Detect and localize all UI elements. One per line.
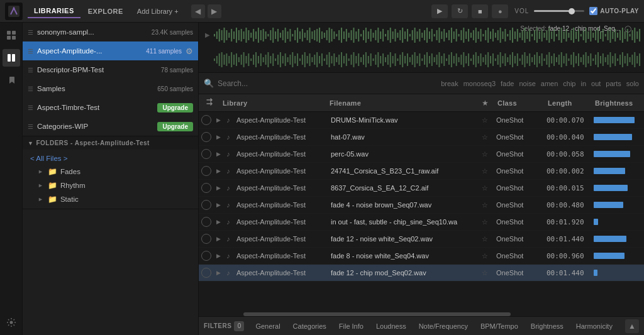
row-radio[interactable] (201, 251, 211, 261)
svg-rect-322 (551, 56, 552, 63)
row-play-button[interactable]: ▶ (213, 250, 224, 261)
table-row[interactable]: ▶ ♪ Aspect-Amplitude-Test fade 4 - noise… (199, 197, 644, 214)
row-play-button[interactable]: ▶ (213, 148, 224, 160)
bottom-tab[interactable]: General (249, 320, 286, 332)
search-tag[interactable]: out (591, 80, 601, 87)
folder-expand-icon: ► (38, 182, 43, 189)
sidebar-icon-settings[interactable] (3, 314, 20, 331)
bottom-tab[interactable]: File Info (333, 320, 370, 332)
row-radio[interactable] (201, 115, 211, 125)
library-item[interactable]: ☰ Categories-WIP Upgrade (23, 117, 198, 136)
bottom-tab[interactable]: Harmonicity (570, 320, 619, 332)
table-row[interactable]: ▶ ♪ Aspect-Amplitude-Test fade 12 - chip… (199, 265, 644, 282)
table-row[interactable]: ▶ ♪ Aspect-Amplitude-Test 24741_Corsica_… (199, 163, 644, 180)
row-play-button[interactable]: ▶ (213, 131, 224, 143)
bottom-tab[interactable]: Categories (287, 320, 333, 332)
row-radio[interactable] (201, 234, 211, 244)
bottom-tab[interactable]: Note/Frequency (413, 320, 474, 332)
play-button[interactable]: ▶ (431, 4, 448, 18)
refresh-button[interactable]: ↻ (452, 4, 468, 18)
svg-rect-158 (578, 29, 579, 41)
stop-button[interactable]: ■ (472, 4, 488, 18)
table-row[interactable]: ▶ ♪ Aspect-Amplitude-Test perc-05.wav ☆ … (199, 146, 644, 163)
row-radio[interactable] (201, 149, 211, 159)
row-brightness (591, 253, 641, 259)
row-star[interactable]: ☆ (476, 184, 494, 192)
row-radio[interactable] (201, 268, 211, 278)
library-item[interactable]: ☰ Samples 650 samples (23, 79, 198, 98)
row-radio[interactable] (201, 132, 211, 142)
row-radio[interactable] (201, 183, 211, 193)
settings-icon[interactable]: ⚙ (186, 47, 193, 56)
search-tag[interactable]: noise (519, 80, 535, 87)
search-tag[interactable]: solo (626, 80, 639, 87)
row-star[interactable]: ☆ (476, 235, 494, 243)
row-radio[interactable] (201, 217, 211, 227)
table-row[interactable]: ▶ ♪ Aspect-Amplitude-Test fade 8 - noise… (199, 248, 644, 265)
upgrade-button[interactable]: Upgrade (157, 122, 193, 131)
table-row[interactable]: ▶ ♪ Aspect-Amplitude-Test 8637_Corsica_S… (199, 180, 644, 197)
bottom-tab[interactable]: Brightness (525, 320, 570, 332)
row-star[interactable]: ☆ (476, 133, 494, 141)
add-library-button[interactable]: Add Library + (132, 5, 184, 18)
folder-item[interactable]: ► 📁 Fades (23, 165, 198, 178)
row-star[interactable]: ☆ (476, 269, 494, 277)
volume-slider[interactable] (534, 10, 584, 12)
row-star[interactable]: ☆ (476, 218, 494, 226)
row-star[interactable]: ☆ (476, 167, 494, 175)
bottom-tab[interactable]: BPM/Tempo (474, 320, 525, 332)
waveform-expand-1[interactable]: ▶ (201, 23, 214, 48)
library-item[interactable]: ☰ Descriptor-BPM-Test 78 samples (23, 60, 198, 79)
library-item[interactable]: ☰ Aspect-Timbre-Test Upgrade (23, 98, 198, 117)
search-tag[interactable]: in (580, 80, 586, 87)
sidebar-icon-grid[interactable] (3, 26, 20, 44)
bottom-expand-button[interactable]: ▲ (625, 319, 639, 333)
row-play-button[interactable]: ▶ (213, 165, 224, 177)
search-tag[interactable]: chip (563, 80, 575, 87)
row-play-button[interactable]: ▶ (213, 114, 224, 126)
table-row[interactable]: ▶ ♪ Aspect-Amplitude-Test DRUMS-MiniTick… (199, 112, 644, 129)
row-star[interactable]: ☆ (476, 252, 494, 260)
autoplay-checkbox[interactable]: AUTO-PLAY (589, 7, 639, 15)
folder-item[interactable]: ► 📁 Rhythm (23, 178, 198, 192)
row-play-button[interactable]: ▶ (213, 216, 224, 228)
search-tag[interactable]: amen (541, 80, 558, 87)
row-star[interactable]: ☆ (476, 201, 494, 209)
row-radio[interactable] (201, 166, 211, 176)
folder-item[interactable]: ► 📁 Static (23, 192, 198, 206)
svg-rect-253 (382, 53, 384, 66)
nav-back-button[interactable]: ◀ (191, 4, 205, 18)
row-star[interactable]: ☆ (476, 116, 494, 124)
svg-rect-261 (402, 52, 403, 67)
record-button[interactable]: ● (492, 4, 508, 18)
library-item[interactable]: ☰ sononym-sampl... 23.4K samples (23, 23, 198, 41)
autoplay-input[interactable] (589, 7, 597, 15)
search-tag[interactable]: fade (501, 80, 514, 87)
table-row[interactable]: ▶ ♪ Aspect-Amplitude-Test in out - fast,… (199, 214, 644, 231)
shuffle-icon[interactable] (201, 97, 219, 108)
search-tag[interactable]: parts (606, 80, 621, 87)
folder-item[interactable]: < All Files > (23, 152, 198, 165)
table-row[interactable]: ▶ ♪ Aspect-Amplitude-Test fade 12 - nois… (199, 231, 644, 248)
row-play-button[interactable]: ▶ (213, 233, 224, 244)
search-input[interactable] (218, 79, 437, 88)
waveform-expand-2[interactable] (201, 48, 214, 73)
table-row[interactable]: ▶ ♪ Aspect-Amplitude-Test hat-07.wav ☆ O… (199, 129, 644, 146)
svg-rect-137 (526, 31, 528, 39)
upgrade-button[interactable]: Upgrade (157, 103, 193, 113)
nav-forward-button[interactable]: ▶ (208, 4, 221, 18)
sidebar-icon-bookmarks[interactable] (3, 72, 20, 89)
search-tag[interactable]: monoseq3 (464, 80, 496, 87)
col-header-star[interactable]: ★ (476, 99, 494, 107)
tab-explore[interactable]: EXPLORE (82, 5, 130, 18)
sidebar-icon-libraries[interactable] (3, 49, 20, 67)
library-item[interactable]: ☰ Aspect-Amplitude-... 411 samples ⚙ (23, 41, 198, 60)
row-radio[interactable] (201, 200, 211, 210)
bottom-tab[interactable]: Loudness (370, 320, 413, 332)
row-star[interactable]: ☆ (476, 150, 494, 158)
row-play-button[interactable]: ▶ (213, 199, 224, 211)
search-tag[interactable]: break (441, 80, 458, 87)
row-play-button[interactable]: ▶ (213, 267, 224, 278)
row-play-button[interactable]: ▶ (213, 182, 224, 194)
tab-libraries[interactable]: LIBRARIES (28, 4, 80, 18)
